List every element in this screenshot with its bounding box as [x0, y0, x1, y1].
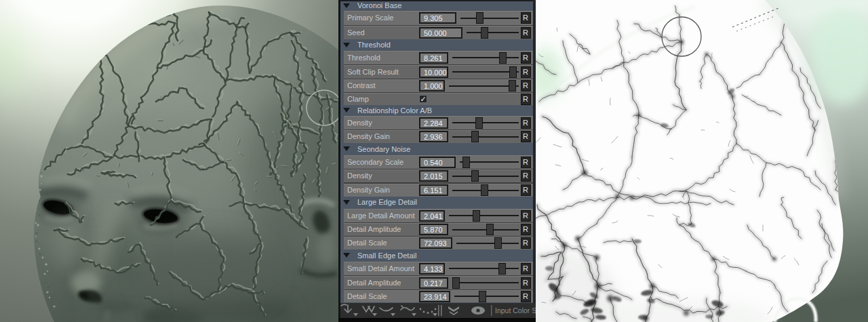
svg-text:Input Color S: Input Color S [495, 306, 536, 315]
